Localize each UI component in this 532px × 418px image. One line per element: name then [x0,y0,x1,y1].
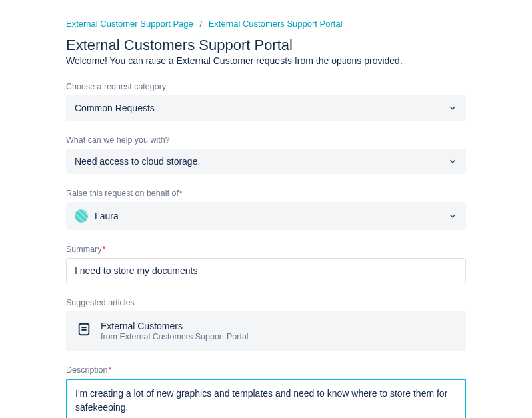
select-help-with[interactable]: Need access to cloud storage. [66,149,466,174]
suggested-article-body: External Customers from External Custome… [101,321,249,341]
required-asterisk: * [102,245,105,254]
chevron-down-icon [448,103,457,113]
label-suggested-articles: Suggested articles [66,298,466,307]
field-help-with: What can we help you with? Need access t… [66,135,466,174]
suggested-article-title: External Customers [101,321,249,331]
chevron-down-icon [448,211,457,221]
label-description: Description* [66,365,466,375]
summary-input[interactable] [66,258,466,283]
select-request-category-value: Common Requests [75,103,155,113]
field-summary: Summary* [66,245,466,283]
breadcrumb-current-link[interactable]: External Customers Support Portal [209,19,343,29]
label-on-behalf-text: Raise this request on behalf of [66,189,179,198]
field-description: Description* [66,365,466,418]
select-on-behalf-value: Laura [95,211,119,221]
breadcrumb: External Customer Support Page / Externa… [66,19,466,29]
page-subtitle: Welcome! You can raise a External Custom… [66,55,466,66]
suggested-article-source: from External Customers Support Portal [101,332,249,341]
label-description-text: Description [66,365,108,375]
page-title: External Customers Support Portal [66,37,466,54]
description-textarea[interactable] [66,379,466,418]
label-summary: Summary* [66,245,466,254]
field-request-category: Choose a request category Common Request… [66,82,466,121]
breadcrumb-separator: / [199,19,202,29]
suggested-article-from-prefix: from [101,332,119,341]
required-asterisk: * [109,365,112,375]
chevron-down-icon [448,157,457,166]
avatar [75,209,88,223]
label-summary-text: Summary [66,245,101,254]
article-icon [77,322,91,339]
breadcrumb-parent-link[interactable]: External Customer Support Page [66,19,193,29]
label-help-with: What can we help you with? [66,135,466,145]
required-asterisk: * [179,189,183,198]
form-container: External Customer Support Page / Externa… [53,0,479,418]
select-request-category[interactable]: Common Requests [66,95,466,121]
field-on-behalf: Raise this request on behalf of* Laura [66,189,466,230]
suggested-article-card[interactable]: External Customers from External Custome… [66,311,466,351]
suggested-articles-section: Suggested articles External Customers fr… [66,298,466,351]
suggested-article-source-name: External Customers Support Portal [119,332,248,341]
label-request-category: Choose a request category [66,82,466,91]
select-help-with-value: Need access to cloud storage. [75,156,200,167]
label-on-behalf: Raise this request on behalf of* [66,189,466,198]
select-on-behalf[interactable]: Laura [66,202,466,230]
